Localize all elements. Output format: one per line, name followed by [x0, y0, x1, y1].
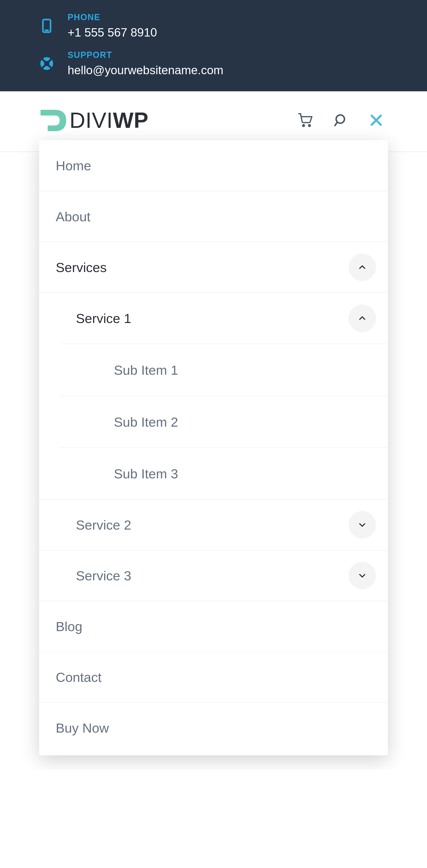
nav-service-2[interactable]: Service 2	[39, 499, 388, 550]
phone-icon	[39, 18, 68, 33]
close-menu-icon[interactable]	[369, 113, 383, 127]
nav-services-submenu: Service 1 Sub Item 1 Sub Item 2 Sub Item…	[39, 292, 388, 601]
nav-services-label[interactable]: Services	[56, 260, 348, 275]
nav-buy-now-label[interactable]: Buy Now	[56, 720, 376, 736]
cart-icon[interactable]	[298, 113, 312, 127]
nav-sub-item-1[interactable]: Sub Item 1	[59, 344, 388, 396]
phone-label: PHONE	[68, 12, 388, 22]
nav-service-3-label[interactable]: Service 3	[76, 568, 348, 583]
nav-service-3[interactable]: Service 3	[39, 550, 388, 601]
nav-contact[interactable]: Contact	[39, 651, 388, 702]
nav-service-1-submenu: Sub Item 1 Sub Item 2 Sub Item 3	[59, 344, 388, 499]
logo-text: DIVIWP	[69, 108, 149, 133]
search-icon[interactable]	[334, 113, 348, 127]
nav-services-toggle[interactable]	[348, 253, 376, 281]
nav-buy-now[interactable]: Buy Now	[39, 702, 388, 753]
main-menu: Home About Services Service 1 Sub Item 1…	[39, 140, 388, 755]
nav-about-label[interactable]: About	[56, 209, 376, 224]
nav-service-1[interactable]: Service 1	[39, 293, 388, 344]
nav-sub-item-3-label[interactable]: Sub Item 3	[114, 466, 376, 482]
svg-point-12	[303, 125, 305, 127]
nav-service-1-label[interactable]: Service 1	[76, 311, 348, 326]
nav-contact-label[interactable]: Contact	[56, 670, 376, 685]
svg-point-7	[40, 57, 53, 70]
topbar-phone-row: PHONE +1 555 567 8910	[39, 12, 388, 39]
topbar: PHONE +1 555 567 8910	[0, 0, 427, 91]
nav-home-label[interactable]: Home	[56, 158, 376, 173]
nav-services[interactable]: Services	[39, 242, 388, 292]
support-value[interactable]: hello@yourwebsitename.com	[68, 63, 388, 77]
nav-home[interactable]: Home	[39, 140, 388, 191]
logo[interactable]: DIVIWP	[39, 105, 298, 135]
support-label: SUPPORT	[68, 50, 388, 60]
nav-service-2-label[interactable]: Service 2	[76, 517, 348, 533]
nav-service-1-toggle[interactable]	[348, 305, 376, 332]
svg-point-13	[309, 125, 310, 127]
nav-sub-item-2-label[interactable]: Sub Item 2	[114, 414, 376, 430]
nav-sub-item-1-label[interactable]: Sub Item 1	[114, 362, 376, 378]
nav-about[interactable]: About	[39, 191, 388, 242]
nav-sub-item-3[interactable]: Sub Item 3	[59, 447, 388, 499]
nav-blog-label[interactable]: Blog	[56, 619, 376, 634]
page-rest	[0, 755, 427, 770]
logo-mark-icon	[39, 105, 68, 135]
nav-sub-item-2[interactable]: Sub Item 2	[59, 396, 388, 447]
svg-line-15	[335, 122, 337, 126]
topbar-support-row: SUPPORT hello@yourwebsitename.com	[39, 50, 388, 77]
nav-service-2-toggle[interactable]	[348, 511, 376, 538]
support-icon	[39, 56, 68, 71]
phone-value[interactable]: +1 555 567 8910	[68, 26, 388, 39]
nav-blog[interactable]: Blog	[39, 601, 388, 651]
nav-service-3-toggle[interactable]	[348, 562, 376, 589]
